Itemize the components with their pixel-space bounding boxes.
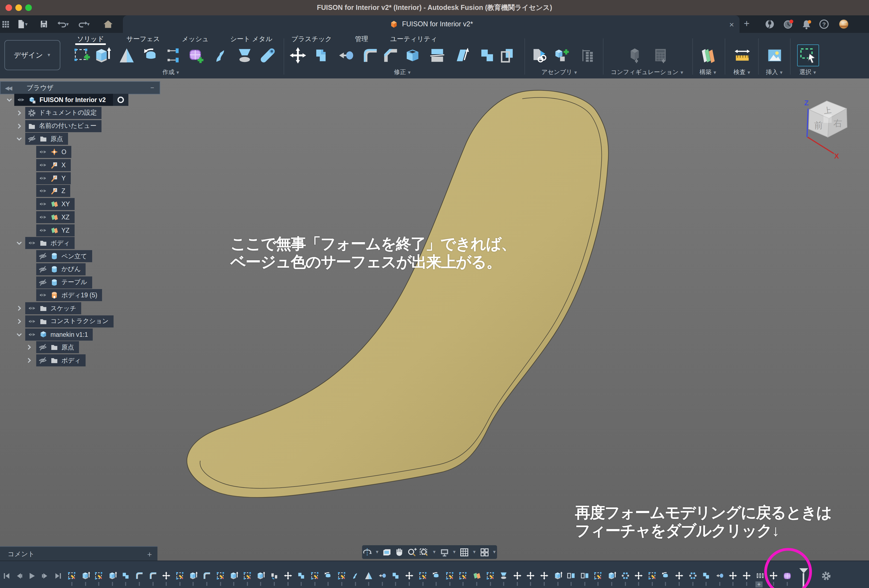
timeline-feature-combine[interactable] [701, 571, 711, 580]
timeline-feature-fillet[interactable] [135, 571, 144, 580]
chevron-down-icon[interactable]: ▼ [432, 549, 436, 554]
viewcube-top-label[interactable]: 上 [823, 105, 832, 115]
construction-plane-icon[interactable] [699, 46, 718, 65]
eye-visible-icon[interactable] [27, 304, 36, 313]
timeline-feature-extrude[interactable] [256, 571, 265, 580]
sweep-icon[interactable] [212, 46, 230, 65]
chevron-down-icon[interactable]: ▼ [492, 549, 497, 554]
pan-icon[interactable] [394, 547, 405, 558]
view-cube[interactable]: 上 前 右 Z X [796, 87, 858, 161]
ribbon-group-label-検査[interactable]: 検査▼ [734, 68, 751, 76]
playback-step-back-button[interactable] [15, 572, 24, 580]
tab-サーフェス[interactable]: サーフェス [126, 34, 160, 44]
timeline-expand-group-button[interactable]: + [755, 581, 762, 588]
create-sketch-icon[interactable] [73, 46, 91, 65]
tab-ユーティリティ[interactable]: ユーティリティ [390, 34, 437, 44]
timeline-feature-combine[interactable] [121, 571, 130, 580]
eye-hidden-icon[interactable] [39, 252, 47, 261]
timeline-feature-sketch[interactable] [459, 571, 468, 580]
timeline-feature-sketch[interactable] [94, 571, 104, 580]
chevron-down-icon[interactable]: ▼ [24, 22, 28, 27]
avatar-icon[interactable] [838, 18, 850, 30]
eye-visible-icon[interactable] [39, 226, 47, 234]
tab-ソリッド[interactable]: ソリッド [77, 34, 104, 44]
timeline-feature-extrude[interactable] [229, 571, 238, 580]
chevron-down-icon[interactable]: ▼ [452, 549, 457, 554]
ribbon-group-label-挿入[interactable]: 挿入▼ [766, 68, 783, 76]
minimize-window-button[interactable] [15, 4, 22, 11]
split-body-icon[interactable] [428, 46, 446, 65]
eye-visible-icon[interactable] [27, 317, 36, 326]
replace-face-icon[interactable] [498, 46, 517, 65]
chevron-open-icon[interactable] [15, 135, 23, 143]
timeline-feature-sweep[interactable] [351, 571, 360, 580]
timeline-feature-fillet[interactable] [202, 571, 212, 580]
save-icon[interactable] [39, 19, 49, 30]
chevron-closed-icon[interactable] [25, 344, 33, 351]
timeline-feature-move[interactable] [162, 571, 171, 580]
timeline-feature-sketch[interactable] [445, 571, 455, 580]
loft-icon[interactable] [235, 46, 254, 65]
timeline-feature-offset[interactable] [715, 571, 724, 580]
timeline-feature-move[interactable] [728, 571, 738, 580]
eye-visible-icon[interactable] [27, 330, 36, 339]
collapse-panel-icon[interactable]: ◀◀ [5, 85, 11, 91]
timeline-feature-move[interactable] [513, 571, 522, 580]
timeline-feature-fillet[interactable] [148, 571, 157, 580]
eye-hidden-icon[interactable] [39, 343, 47, 352]
look-at-icon[interactable] [382, 547, 392, 558]
timeline-feature-move[interactable] [283, 571, 292, 580]
timeline-feature-sketch[interactable] [175, 571, 185, 580]
activate-component-radio[interactable] [113, 94, 128, 106]
tab-シート メタル[interactable]: シート メタル [230, 34, 272, 44]
timeline-feature-sketch[interactable] [593, 571, 603, 580]
timeline-feature-combine[interactable] [297, 571, 306, 580]
timeline-feature-mirror[interactable] [566, 571, 576, 580]
timeline-feature-move[interactable] [675, 571, 684, 580]
extrude-icon[interactable] [93, 46, 111, 65]
eye-visible-icon[interactable] [39, 291, 47, 300]
timeline-feature-cone[interactable] [364, 571, 373, 580]
chevron-closed-icon[interactable] [15, 122, 23, 130]
chevron-down-icon[interactable]: ▼ [472, 549, 476, 554]
timeline-feature-mirror[interactable] [580, 571, 589, 580]
chevron-open-icon[interactable] [15, 239, 23, 247]
chamfer-icon[interactable] [381, 46, 400, 65]
new-component-icon[interactable] [552, 46, 571, 65]
chevron-open-icon[interactable] [15, 330, 23, 338]
timeline-feature-sketch[interactable] [67, 571, 77, 580]
configure-icon[interactable] [626, 46, 644, 65]
press-pull-icon[interactable] [311, 46, 330, 65]
draft-icon[interactable] [452, 46, 471, 65]
new-tab-button[interactable]: + [742, 19, 752, 28]
playback-go-start-button[interactable] [2, 572, 11, 580]
timeline-feature-revolve[interactable] [324, 571, 333, 580]
timeline-feature-sketch[interactable] [337, 571, 347, 580]
workspace-selector[interactable]: デザイン ▼ [4, 40, 60, 70]
eye-hidden-icon[interactable] [39, 278, 47, 287]
display-settings-icon[interactable] [439, 547, 449, 558]
orbit-icon[interactable] [362, 547, 372, 558]
zoom-window-button[interactable] [25, 4, 32, 11]
timeline-feature-bars[interactable] [755, 571, 765, 580]
close-tab-icon[interactable]: × [729, 19, 734, 29]
timeline-feature-sketch[interactable] [485, 571, 495, 580]
shell-icon[interactable] [403, 46, 422, 65]
chevron-closed-icon[interactable] [15, 109, 23, 117]
apps-grid-icon[interactable] [0, 19, 11, 30]
timeline-feature-combine[interactable] [391, 571, 400, 580]
viewcube-front-label[interactable]: 前 [814, 120, 823, 130]
timeline-feature-revolve[interactable] [661, 571, 670, 580]
timeline-feature-extrude[interactable] [607, 571, 616, 580]
timeline-feature-loft[interactable] [499, 571, 508, 580]
eye-visible-icon[interactable] [39, 187, 47, 196]
extensions-icon[interactable] [764, 18, 776, 30]
chevron-closed-icon[interactable] [15, 304, 23, 312]
eye-hidden-icon[interactable] [27, 135, 36, 144]
timeline-settings-gear-icon[interactable] [821, 571, 831, 581]
config-table-icon[interactable] [651, 46, 670, 65]
help-icon[interactable]: ? [818, 18, 830, 30]
chevron-open-icon[interactable] [6, 96, 13, 104]
timeline-feature-move[interactable] [540, 571, 549, 580]
form-icon[interactable] [187, 46, 206, 65]
